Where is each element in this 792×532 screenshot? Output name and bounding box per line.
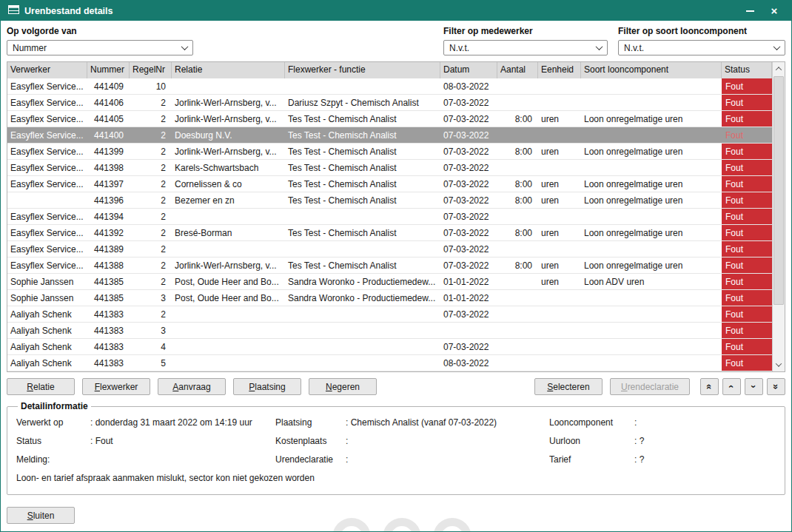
table-row[interactable]: Easyflex Service... 441400 2 Doesburg N.… <box>7 127 772 144</box>
cell-relatie: Jorlink-Werl-Arnsberg, v... <box>172 144 285 159</box>
column-header-status[interactable]: Status <box>722 62 772 78</box>
table-row[interactable]: Sophie Janssen 441385 3 Post, Oude Heer … <box>7 290 772 306</box>
scrollbar-up-button[interactable] <box>773 62 785 75</box>
urendeclaratie-button[interactable]: Urendeclaratie <box>610 378 690 395</box>
table-row[interactable]: Easyflex Service... 441394 2 07-03-2022 … <box>7 209 772 225</box>
cell-datum: 07-03-2022 <box>440 160 497 175</box>
cell-nummer: 441383 <box>87 355 130 371</box>
table-row[interactable]: Aaliyah Schenk 441383 5 08-03-2022 Fout <box>7 355 772 371</box>
minimize-button[interactable] <box>740 3 759 19</box>
cell-aantal: 8:00 <box>497 176 538 192</box>
cell-aantal <box>497 339 538 354</box>
scrollbar-down-button[interactable] <box>773 358 785 371</box>
selecteren-button[interactable]: Selecteren <box>534 378 603 395</box>
plaatsing-value: : Chemisch Analist (vanaf 07-03-2022) <box>346 413 549 431</box>
melding-label: Melding: <box>16 450 90 468</box>
chevron-down-icon <box>596 43 603 50</box>
status-badge: Fout <box>722 241 772 257</box>
column-header-relatie[interactable]: Relatie <box>172 62 285 78</box>
column-header-verwerker[interactable]: Verwerker <box>7 62 87 78</box>
looncomponent-filter-value: N.v.t. <box>624 43 644 53</box>
table-row[interactable]: 441396 2 Bezemer en zn Tes Test - Chemis… <box>7 192 772 209</box>
table-row[interactable]: Easyflex Service... 441389 2 07-03-2022 … <box>7 241 772 257</box>
status-label: Status <box>16 431 90 450</box>
cell-soort <box>581 355 722 371</box>
cell-aantal <box>497 209 538 224</box>
table-row[interactable]: Easyflex Service... 441397 2 Cornelissen… <box>7 176 772 192</box>
status-badge: Fout <box>722 176 772 192</box>
titlebar: Urenbestand details × <box>1 1 791 21</box>
column-header-datum[interactable]: Datum <box>440 62 497 78</box>
cell-soort <box>581 290 722 306</box>
table-row[interactable]: Easyflex Service... 441398 2 Karels-Schw… <box>7 160 772 176</box>
column-header-soort[interactable]: Soort looncomponent <box>581 62 722 78</box>
column-header-aantal[interactable]: Aantal <box>497 62 538 78</box>
cell-flexwerker: Tes Test - Chemisch Analist <box>285 127 440 143</box>
table-row[interactable]: Aaliyah Schenk 441383 3 Fout <box>7 323 772 339</box>
relatie-button[interactable]: Relatie <box>7 378 75 395</box>
column-header-eenheid[interactable]: Eenheid <box>538 62 581 78</box>
cell-relatie: Bezemer en zn <box>172 192 285 208</box>
status-badge: Fout <box>722 257 772 273</box>
cell-flexwerker: Tes Test - Chemisch Analist <box>285 257 440 273</box>
cell-verwerker: Sophie Janssen <box>7 274 87 289</box>
aanvraag-button[interactable]: Aanvraag <box>158 378 226 395</box>
table-row[interactable]: Easyflex Service... 441409 10 08-03-2022… <box>7 78 772 95</box>
column-header-regelnr[interactable]: RegelNr <box>130 62 172 78</box>
cell-regelnr: 2 <box>130 160 172 175</box>
cell-relatie <box>172 78 285 94</box>
cell-flexwerker: Tes Test - Chemisch Analist <box>285 225 440 240</box>
table-row[interactable]: Easyflex Service... 441406 2 Jorlink-Wer… <box>7 95 772 111</box>
table-row[interactable]: Aaliyah Schenk 441383 2 07-03-2022 Fout <box>7 306 772 323</box>
table-row[interactable]: Aaliyah Schenk 441383 4 07-03-2022 Fout <box>7 339 772 355</box>
flexwerker-button[interactable]: Flexwerker <box>82 378 150 395</box>
cell-regelnr: 2 <box>130 209 172 224</box>
cell-nummer: 441394 <box>87 209 130 224</box>
close-button[interactable]: × <box>765 3 784 19</box>
status-badge: Fout <box>722 323 772 338</box>
scroll-top-button[interactable]: « <box>700 378 719 395</box>
cell-eenheid: uren <box>538 257 581 273</box>
status-badge: Fout <box>722 127 772 143</box>
table-row[interactable]: Easyflex Service... 441388 2 Jorlink-Wer… <box>7 257 772 274</box>
window-title: Urenbestand details <box>24 6 113 16</box>
sluiten-button[interactable]: Sluiten <box>7 507 75 524</box>
column-header-flexwerker[interactable]: Flexwerker - functie <box>285 62 440 78</box>
cell-regelnr: 4 <box>130 339 172 354</box>
cell-flexwerker <box>285 323 440 338</box>
cell-regelnr: 2 <box>130 225 172 240</box>
table-row[interactable]: Easyflex Service... 441392 2 Bresé-Borma… <box>7 225 772 241</box>
medewerker-filter-select[interactable]: N.v.t. <box>443 40 608 55</box>
looncomponent-filter-select[interactable]: N.v.t. <box>618 40 785 55</box>
cell-flexwerker: Dariusz Szpyt - Chemisch Analist <box>285 95 440 110</box>
scroll-up-button[interactable]: ‹ <box>722 378 741 395</box>
cell-soort: Loon onregelmatige uren <box>581 192 722 208</box>
table-scrollbar[interactable] <box>772 62 785 371</box>
status-badge: Fout <box>722 306 772 322</box>
plaatsing-button[interactable]: Plaatsing <box>233 378 301 395</box>
cell-regelnr: 5 <box>130 355 172 371</box>
cell-relatie <box>172 209 285 224</box>
status-badge: Fout <box>722 355 772 371</box>
column-header-nummer[interactable]: Nummer <box>87 62 130 78</box>
cell-soort <box>581 306 722 322</box>
table-row[interactable]: Easyflex Service... 441405 2 Jorlink-Wer… <box>7 111 772 127</box>
scrollbar-thumb[interactable] <box>773 76 784 305</box>
status-badge: Fout <box>722 225 772 240</box>
status-badge: Fout <box>722 78 772 94</box>
status-badge: Fout <box>722 95 772 110</box>
table-row[interactable]: Easyflex Service... 441399 2 Jorlink-Wer… <box>7 144 772 160</box>
cell-datum: 07-03-2022 <box>440 111 497 127</box>
chevron-down-icon <box>181 43 189 50</box>
scroll-bottom-button[interactable]: » <box>767 378 785 395</box>
cell-nummer: 441397 <box>87 176 130 192</box>
cell-eenheid <box>538 127 581 143</box>
cell-relatie: Jorlink-Werl-Arnsberg, v... <box>172 95 285 110</box>
cell-datum: 07-03-2022 <box>440 192 497 208</box>
sort-order-select[interactable]: Nummer <box>7 40 193 55</box>
table-row[interactable]: Sophie Janssen 441385 2 Post, Oude Heer … <box>7 274 772 290</box>
negeren-button[interactable]: Negeren <box>309 378 377 395</box>
cell-relatie: Bresé-Borman <box>172 225 285 240</box>
scroll-down-button[interactable]: › <box>745 378 763 395</box>
cell-aantal <box>497 323 538 338</box>
